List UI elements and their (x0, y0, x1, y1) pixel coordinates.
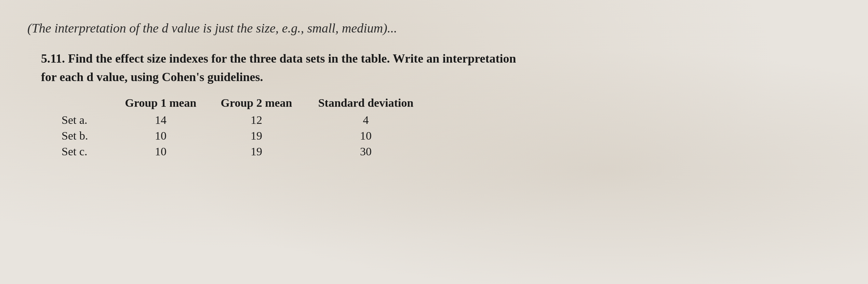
row-b-group2: 19 (219, 128, 315, 144)
data-table: Group 1 mean Group 2 mean Standard devia… (62, 96, 417, 159)
header-group1-mean: Group 1 mean (123, 96, 219, 112)
data-table-container: Group 1 mean Group 2 mean Standard devia… (62, 96, 520, 159)
header-std-dev: Standard deviation (315, 96, 417, 112)
header-row-label (62, 96, 123, 112)
problem-block: 5.11. Find the effect size indexes for t… (41, 49, 520, 159)
table-body: Set a. 14 12 4 Set b. 10 19 10 Set c. 10 (62, 112, 417, 159)
intro-text: (The interpretation of the d value is ju… (27, 21, 520, 36)
problem-description: Find the effect size indexes for the thr… (41, 52, 516, 84)
row-b-stddev: 10 (315, 128, 417, 144)
content-wrapper: (The interpretation of the d value is ju… (27, 21, 520, 159)
row-b-group1: 10 (123, 128, 219, 144)
row-a-label: Set a. (62, 112, 123, 128)
row-b-label: Set b. (62, 128, 123, 144)
problem-number: 5.11. (41, 52, 65, 65)
table-row-c: Set c. 10 19 30 (62, 144, 417, 159)
row-c-stddev: 30 (315, 144, 417, 159)
row-a-group2: 12 (219, 112, 315, 128)
row-a-group1: 14 (123, 112, 219, 128)
table-row-b: Set b. 10 19 10 (62, 128, 417, 144)
header-group2-mean: Group 2 mean (219, 96, 315, 112)
row-c-group2: 19 (219, 144, 315, 159)
row-a-stddev: 4 (315, 112, 417, 128)
row-c-label: Set c. (62, 144, 123, 159)
problem-title: 5.11. Find the effect size indexes for t… (41, 49, 520, 86)
table-header-row: Group 1 mean Group 2 mean Standard devia… (62, 96, 417, 112)
table-row-a: Set a. 14 12 4 (62, 112, 417, 128)
row-c-group1: 10 (123, 144, 219, 159)
